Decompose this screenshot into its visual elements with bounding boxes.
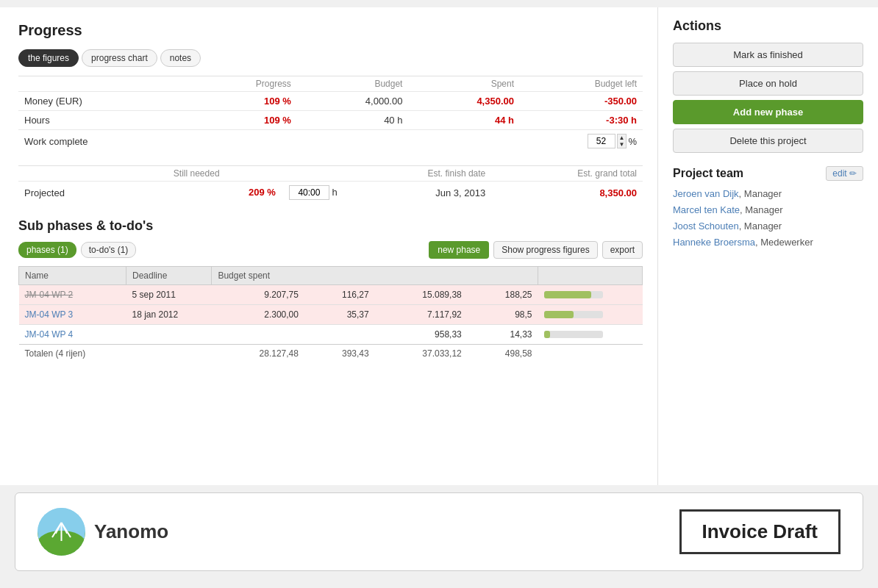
sub-phases-tabs: phases (1) to-do's (1) new phase Show pr… (18, 241, 643, 259)
row-label-hours: Hours (18, 111, 190, 130)
phase-col3: 116,27 (304, 285, 375, 305)
grand-total: 8,350.00 (491, 182, 643, 204)
row-label-money: Money (EUR) (18, 92, 190, 111)
hours-spent: 44 h (408, 111, 520, 130)
team-member-link-4[interactable]: Hanneke Broersma (673, 237, 755, 248)
delete-project-button[interactable]: Delete this project (673, 129, 863, 153)
phase-col4: 958,33 (375, 325, 468, 345)
phase-budget (212, 325, 304, 345)
table-row: JM-04 WP 2 5 sep 2011 9.207,75 116,27 15… (19, 285, 643, 305)
phases-col-budget: Budget spent (212, 267, 538, 285)
table-row: Hours 109 % 40 h 44 h -3:30 h (18, 111, 643, 130)
project-team-title: Project team (673, 167, 826, 180)
table-row: JM-04 WP 3 18 jan 2012 2.300,00 35,37 7.… (19, 305, 643, 325)
team-member-link-3[interactable]: Joost Schouten (673, 220, 739, 232)
add-new-phase-button[interactable]: Add new phase (673, 100, 863, 124)
team-member-2: Marcel ten Kate, Manager (673, 204, 863, 215)
phase-col4: 7.117,92 (375, 305, 468, 325)
team-member-3: Joost Schouten, Manager (673, 220, 863, 232)
hours-progress: 109 % (190, 111, 297, 130)
money-budget: 4,000.00 (297, 92, 409, 111)
phase-link-wp4[interactable]: JM-04 WP 4 (25, 329, 74, 340)
table-row: JM-04 WP 4 958,33 14,33 (19, 325, 643, 345)
hours-budget-left: -3:30 h (520, 111, 643, 130)
table-row: Work complete ▲ ▼ % (18, 130, 643, 153)
col-progress: Progress (190, 76, 297, 92)
projected-row: Projected 209 % h Jun 3, 2013 8,350.00 (18, 182, 643, 204)
still-needed-input[interactable] (289, 185, 329, 200)
progress-tabs: the figures progress chart notes (18, 49, 643, 67)
projected-label: Projected (18, 182, 129, 204)
money-progress: 109 % (190, 92, 297, 111)
table-row: Money (EUR) 109 % 4,000.00 4,350.00 -350… (18, 92, 643, 111)
phase-col5: 188,25 (468, 285, 538, 305)
phases-col-empty (538, 267, 643, 285)
hours-budget: 40 h (297, 111, 409, 130)
phase-col3: 35,37 (304, 305, 375, 325)
project-team-header: Project team edit ✏ (673, 166, 863, 181)
invoice-draft-label: Invoice Draft (679, 509, 841, 554)
phases-col-deadline: Deadline (126, 267, 211, 285)
totals-col3: 28.127,48 (212, 345, 304, 363)
stepper-control[interactable]: ▲ ▼ (617, 134, 627, 148)
phases-col-name: Name (19, 267, 126, 285)
tab-phases[interactable]: phases (1) (18, 242, 76, 258)
totals-col6: 498,58 (468, 345, 538, 363)
phase-col3 (304, 325, 375, 345)
col-grand-total: Est. grand total (491, 166, 643, 182)
phase-deadline: 18 jan 2012 (126, 305, 211, 325)
progress-title: Progress (18, 22, 643, 39)
edit-label: edit (832, 168, 846, 179)
money-budget-left: -350.00 (520, 92, 643, 111)
phases-table: Name Deadline Budget spent JM-04 WP 2 5 … (18, 266, 643, 362)
team-member-4: Hanneke Broersma, Medewerker (673, 237, 863, 248)
logo-text: Yanomo (94, 520, 168, 543)
team-member-link-2[interactable]: Marcel ten Kate (673, 204, 740, 215)
finish-date: Jun 3, 2013 (343, 182, 491, 204)
col-still-needed: Still needed (129, 166, 343, 182)
phase-col5: 98,5 (468, 305, 538, 325)
tab-notes[interactable]: notes (160, 49, 201, 67)
logo-icon (38, 508, 85, 556)
phase-col4: 15.089,38 (375, 285, 468, 305)
totals-col4: 393,43 (304, 345, 375, 363)
phase-link-wp2[interactable]: JM-04 WP 2 (25, 290, 74, 300)
tab-todos[interactable]: to-do's (1) (81, 242, 137, 258)
totals-label: Totalen (4 rijen) (19, 345, 126, 363)
edit-team-button[interactable]: edit ✏ (826, 166, 863, 181)
logo-area: Yanomo (38, 508, 168, 556)
sub-phases-title: Sub phases & to-do's (18, 218, 643, 234)
phase-deadline (126, 325, 211, 345)
work-complete-label: Work complete (18, 130, 190, 153)
phase-budget: 2.300,00 (212, 305, 304, 325)
team-member-link-1[interactable]: Jeroen van Dijk (673, 188, 739, 199)
phase-deadline: 5 sep 2011 (126, 285, 211, 305)
place-hold-button[interactable]: Place on hold (673, 71, 863, 96)
still-needed-suffix: h (332, 187, 338, 198)
col-spent: Spent (408, 76, 520, 92)
new-phase-button[interactable]: new phase (429, 241, 489, 259)
work-complete-suffix: % (628, 136, 637, 147)
phase-budget: 9.207,75 (212, 285, 304, 305)
col-budget-left: Budget left (520, 76, 643, 92)
show-progress-button[interactable]: Show progress figures (493, 241, 597, 259)
tab-figures[interactable]: the figures (18, 49, 79, 67)
projected-progress: 209 % (249, 187, 276, 198)
actions-title: Actions (673, 18, 863, 34)
totals-row: Totalen (4 rijen) 28.127,48 393,43 37.03… (19, 345, 643, 363)
col-budget: Budget (297, 76, 409, 92)
projected-table: Still needed Est. finish date Est. grand… (18, 165, 643, 204)
totals-col5: 37.033,12 (375, 345, 468, 363)
money-spent: 4,350.00 (408, 92, 520, 111)
tab-progress-chart[interactable]: progress chart (82, 49, 157, 67)
phase-link-wp3[interactable]: JM-04 WP 3 (25, 309, 74, 320)
export-button[interactable]: export (602, 241, 643, 259)
work-complete-input[interactable] (588, 134, 615, 148)
invoice-section: Yanomo Invoice Draft (15, 492, 863, 571)
team-member-1: Jeroen van Dijk, Manager (673, 188, 863, 199)
progress-table: Progress Budget Spent Budget left Money … (18, 76, 643, 152)
mark-finished-button[interactable]: Mark as finished (673, 43, 863, 67)
phase-col5: 14,33 (468, 325, 538, 345)
col-finish-date: Est. finish date (343, 166, 491, 182)
